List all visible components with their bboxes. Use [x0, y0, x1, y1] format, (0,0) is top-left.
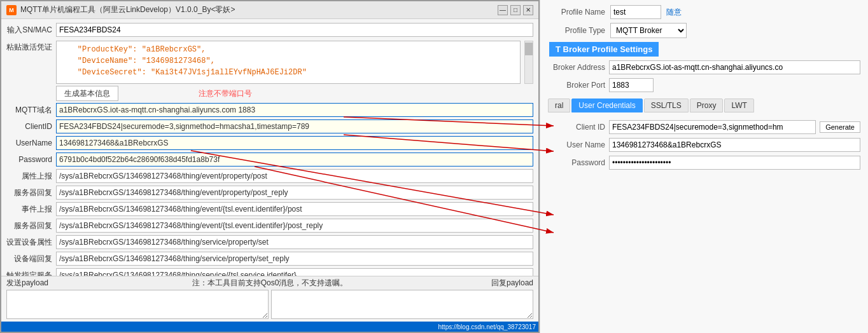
generate-clientid-button[interactable]: Generate	[820, 121, 860, 133]
device-reply1-label: 设备端回复	[6, 254, 52, 264]
cred-password-input[interactable]	[609, 156, 860, 170]
main-content: 输入SN/MAC 粘贴激活凭证 "ProductKey": "a1BRebcrx…	[1, 19, 538, 276]
close-button[interactable]: ✕	[523, 5, 533, 15]
status-url: https://blog.csdn.net/qq_38723017	[438, 323, 536, 330]
device-prop-input[interactable]	[56, 235, 533, 249]
clientid-input[interactable]	[56, 119, 533, 133]
client-id-input[interactable]	[609, 120, 816, 134]
payload-area	[1, 290, 538, 322]
event-up-label: 事件上报	[6, 204, 52, 215]
attr-up-row: 属性上报	[6, 169, 533, 183]
window-title: MQTT单片机编程工具（阿里云LinkDevelop）V1.0.0_By<零妖>	[20, 4, 235, 15]
broker-address-input[interactable]	[609, 60, 860, 74]
event-up-row: 事件上报	[6, 202, 533, 216]
username-row: UserName	[6, 136, 533, 150]
server-reply2-label: 服务器回复	[6, 221, 52, 231]
generate-row: 生成基本信息 注意不带端口号	[6, 86, 533, 100]
profile-type-label: Profile Type	[548, 26, 605, 35]
window-controls: — □ ✕	[498, 5, 533, 15]
sn-input[interactable]	[56, 23, 533, 37]
cred-password-label: Password	[548, 158, 605, 167]
app-icon: M	[6, 5, 17, 15]
maximize-button[interactable]: □	[510, 5, 521, 15]
attr-up-input[interactable]	[56, 169, 533, 183]
minimize-button[interactable]: —	[498, 5, 508, 15]
trigger-input[interactable]	[56, 268, 533, 276]
right-panel: Profile Name 随意 Profile Type MQTT Broker…	[540, 0, 868, 333]
event-up-input[interactable]	[56, 202, 533, 216]
title-bar-left: M MQTT单片机编程工具（阿里云LinkDevelop）V1.0.0_By<零…	[6, 4, 235, 15]
attr-up-label: 属性上报	[6, 171, 52, 182]
device-prop-row: 设置设备属性	[6, 235, 533, 249]
bottom-note: 注：本工具目前支持Qos0消息，不支持遗嘱。	[192, 278, 348, 289]
tab-ssl-tls[interactable]: SSL/TLS	[644, 99, 689, 112]
server-reply2-row: 服务器回复	[6, 219, 533, 233]
device-reply1-input[interactable]	[56, 252, 533, 266]
tab-user-credentials[interactable]: User Credentials	[571, 99, 642, 112]
broker-port-input[interactable]	[609, 78, 654, 92]
broker-settings-title: T Broker Profile Settings	[549, 42, 659, 57]
cred-username-row: User Name	[548, 138, 860, 152]
profile-hint: 随意	[666, 7, 682, 18]
tabs-row: ral User Credentials SSL/TLS Proxy LWT	[548, 99, 860, 112]
username-input[interactable]	[56, 136, 533, 150]
broker-address-row: Broker Address	[548, 60, 860, 74]
client-id-row: Client ID Generate	[548, 120, 860, 134]
cred-password-row: Password	[548, 156, 860, 170]
tab-ral[interactable]: ral	[548, 99, 570, 112]
broker-port-row: Broker Port	[548, 78, 860, 92]
sn-label: 输入SN/MAC	[6, 25, 52, 36]
send-payload-box[interactable]	[6, 290, 269, 319]
reply-payload-label: 回复payload	[491, 278, 533, 289]
annotation-text: 注意不带端口号	[199, 88, 252, 99]
sn-row: 输入SN/MAC	[6, 23, 533, 37]
bottom-bar: 发送payload 注：本工具目前支持Qos0消息，不支持遗嘱。 回复paylo…	[1, 276, 538, 290]
mqtt-tool-window: M MQTT单片机编程工具（阿里云LinkDevelop）V1.0.0_By<零…	[0, 0, 540, 333]
profile-name-label: Profile Name	[548, 8, 605, 17]
profile-name-input[interactable]	[610, 5, 661, 19]
mqtt-input[interactable]	[56, 103, 533, 117]
password-row: Password	[6, 153, 533, 166]
mqtt-domain-row: MQTT域名	[6, 103, 533, 117]
profile-type-row: Profile Type MQTT Broker	[548, 23, 860, 38]
clientid-label: ClientID	[6, 122, 52, 131]
json-textarea[interactable]: "ProductKey": "a1BRebcrxGS", "DeviceName…	[56, 41, 521, 84]
cred-username-label: User Name	[548, 140, 605, 149]
tab-proxy[interactable]: Proxy	[690, 99, 724, 112]
trigger-label: 触发指定服务	[6, 270, 52, 276]
device-reply1-row: 设备端回复	[6, 252, 533, 266]
paste-label: 粘贴激活凭证	[6, 41, 52, 53]
profile-type-select[interactable]: MQTT Broker	[610, 23, 687, 38]
broker-settings-header: T Broker Profile Settings	[548, 42, 860, 57]
cred-username-input[interactable]	[609, 138, 860, 152]
clientid-row: ClientID	[6, 119, 533, 133]
username-label: UserName	[6, 139, 52, 147]
title-bar: M MQTT单片机编程工具（阿里云LinkDevelop）V1.0.0_By<零…	[1, 1, 538, 19]
status-bar: https://blog.csdn.net/qq_38723017	[1, 322, 538, 332]
reply-payload-box[interactable]	[271, 290, 533, 319]
server-reply-label: 服务器回复	[6, 187, 52, 198]
broker-port-label: Broker Port	[548, 81, 605, 90]
device-prop-label: 设置设备属性	[6, 237, 52, 248]
trigger-row: 触发指定服务	[6, 268, 533, 276]
credentials-section: Client ID Generate User Name Password	[548, 116, 860, 173]
server-reply-row: 服务器回复	[6, 186, 533, 200]
broker-address-label: Broker Address	[548, 63, 605, 72]
scrollbar[interactable]	[524, 41, 533, 84]
server-reply-input[interactable]	[56, 186, 533, 200]
profile-name-row: Profile Name 随意	[548, 5, 860, 19]
password-label: Password	[6, 155, 52, 164]
mqtt-label: MQTT域名	[6, 105, 52, 116]
send-payload-label: 发送payload	[6, 278, 48, 289]
json-credentials-row: 粘贴激活凭证 "ProductKey": "a1BRebcrxGS", "Dev…	[6, 41, 533, 84]
generate-button[interactable]: 生成基本信息	[56, 86, 118, 101]
client-id-label: Client ID	[548, 123, 605, 132]
tab-lwt[interactable]: LWT	[724, 99, 753, 112]
password-input[interactable]	[56, 153, 533, 166]
server-reply2-input[interactable]	[56, 219, 533, 233]
